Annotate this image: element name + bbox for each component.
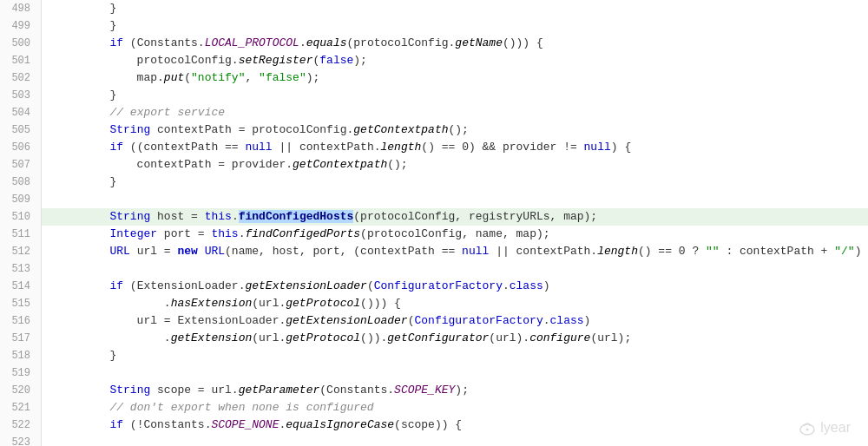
line-content-520: String scope = url.getParameter(Constant… [42,382,868,399]
line-content-518: } [42,347,868,364]
line-content-517: .getExtension(url.getProtocol()).getConf… [42,330,868,347]
line-content-514: if (ExtensionLoader.getExtensionLoader(C… [42,278,868,295]
code-line-509: 509 [0,191,868,208]
line-num-506: 506 [0,139,42,156]
line-num-511: 511 [0,226,42,243]
line-num-500: 500 [0,35,42,52]
code-line-516: 516 url = ExtensionLoader.getExtensionLo… [0,312,868,330]
line-num-519: 519 [0,364,42,382]
line-content-521: // don't export when none is configured [42,399,868,416]
line-content-504: // export service [42,104,868,121]
line-content-515: .hasExtension(url.getProtocol())) { [42,295,868,312]
code-line-510: 510 String host = this.findConfigedHosts… [0,208,868,226]
line-num-517: 517 [0,330,42,347]
code-line-521: 521 // don't export when none is configu… [0,399,868,416]
line-content-508: } [42,174,868,191]
code-line-518: 518 } [0,347,868,364]
code-line-511: 511 Integer port = this.findConfigedPort… [0,226,868,243]
line-num-513: 513 [0,260,42,278]
line-content-511: Integer port = this.findConfigedPorts(pr… [42,226,868,243]
line-content-501: protocolConfig.setRegister(false); [42,52,868,69]
line-num-509: 509 [0,191,42,208]
svg-point-1 [806,429,809,431]
line-num-504: 504 [0,104,42,121]
line-content-513 [42,260,868,278]
watermark-text: lyear [820,420,851,436]
code-line-501: 501 protocolConfig.setRegister(false); [0,52,868,69]
line-content-512: URL url = new URL(name, host, port, (con… [42,243,868,260]
line-content-498: } [42,0,868,17]
line-num-520: 520 [0,382,42,399]
line-num-515: 515 [0,295,42,312]
line-content-510: String host = this.findConfigedHosts(pro… [42,208,868,226]
code-line-514: 514 if (ExtensionLoader.getExtensionLoad… [0,278,868,295]
line-content-500: if (Constants.LOCAL_PROTOCOL.equals(prot… [42,35,868,52]
watermark-icon [798,418,817,437]
code-line-519: 519 [0,364,868,382]
line-num-521: 521 [0,399,42,416]
line-content-523 [42,434,868,446]
code-line-520: 520 String scope = url.getParameter(Cons… [0,382,868,399]
line-num-510: 510 [0,208,42,226]
code-line-517: 517 .getExtension(url.getProtocol()).get… [0,330,868,347]
code-line-523: 523 [0,434,868,446]
line-num-523: 523 [0,434,42,446]
line-num-512: 512 [0,243,42,260]
line-num-522: 522 [0,416,42,434]
line-content-519 [42,364,868,382]
line-content-502: map.put("notify", "false"); [42,69,868,87]
line-content-522: if (!Constants.SCOPE_NONE.equalsIgnoreCa… [42,416,868,434]
code-line-515: 515 .hasExtension(url.getProtocol())) { [0,295,868,312]
line-content-505: String contextPath = protocolConfig.getC… [42,121,868,139]
code-line-500: 500 if (Constants.LOCAL_PROTOCOL.equals(… [0,35,868,52]
code-line-513: 513 [0,260,868,278]
line-num-499: 499 [0,17,42,35]
line-content-506: if ((contextPath == null || contextPath.… [42,139,868,156]
line-content-499: } [42,17,868,35]
line-content-507: contextPath = provider.getContextpath(); [42,156,868,174]
line-num-508: 508 [0,174,42,191]
line-num-501: 501 [0,52,42,69]
line-num-502: 502 [0,69,42,87]
code-line-506: 506 if ((contextPath == null || contextP… [0,139,868,156]
code-line-504: 504 // export service [0,104,868,121]
line-content-509 [42,191,868,208]
code-line-522: 522 if (!Constants.SCOPE_NONE.equalsIgno… [0,416,868,434]
code-line-512: 512 URL url = new URL(name, host, port, … [0,243,868,260]
code-line-507: 507 contextPath = provider.getContextpat… [0,156,868,174]
code-editor: 498 } 499 } 500 if (Constants.LOCAL_PROT… [0,0,868,446]
line-num-507: 507 [0,156,42,174]
code-line-505: 505 String contextPath = protocolConfig.… [0,121,868,139]
code-line-508: 508 } [0,174,868,191]
line-num-503: 503 [0,87,42,104]
line-content-503: } [42,87,868,104]
watermark: lyear [798,418,851,437]
line-num-518: 518 [0,347,42,364]
line-content-516: url = ExtensionLoader.getExtensionLoader… [42,312,868,330]
code-line-502: 502 map.put("notify", "false"); [0,69,868,87]
code-line-499: 499 } [0,17,868,35]
line-num-514: 514 [0,278,42,295]
line-num-516: 516 [0,312,42,330]
line-num-498: 498 [0,0,42,17]
line-num-505: 505 [0,121,42,139]
code-line-503: 503 } [0,87,868,104]
code-line-498: 498 } [0,0,868,17]
